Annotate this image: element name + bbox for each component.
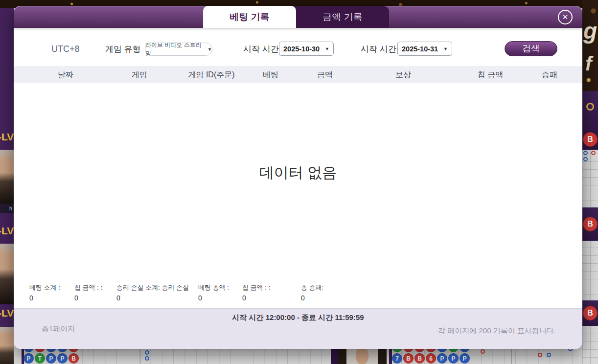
lobby-left-column: -LV h -LV -LV xyxy=(0,8,14,364)
roadmap-ring xyxy=(583,157,588,161)
col-bet: 베팅 xyxy=(263,66,278,83)
close-icon[interactable]: ✕ xyxy=(558,10,573,24)
summary-chip-total: 칩 금액 : : 0 xyxy=(242,283,270,302)
col-reward: 보상 xyxy=(395,66,411,83)
modal-body: UTC+8 게임 유형 라이브 비디오 스트리밍 ▼ 시작 시간 2025-10… xyxy=(14,28,582,308)
record-table-header: 날짜 게임 게임 ID(주문) 베팅 금액 보상 칩 금액 승패 xyxy=(14,66,582,83)
dealer-photo xyxy=(0,244,14,304)
bead-cell: B xyxy=(69,353,79,364)
col-win-loss: 승패 xyxy=(542,66,557,83)
start-time-label: 시작 시간 xyxy=(243,42,279,56)
modal-footer: 시작 시간 12:00:00 - 종료 시간 11:59:59 총1페이지 각 … xyxy=(14,308,582,349)
roadmap-ring xyxy=(481,349,485,354)
bead-cell: P xyxy=(437,353,447,364)
summary-chip-amount: 칩 금액 : : 0 xyxy=(74,283,102,302)
dealer-photo xyxy=(0,327,14,364)
roadmap-ring xyxy=(145,356,149,361)
room-title-fragment: -LV xyxy=(0,307,14,319)
banner-logo-glyph: f xyxy=(585,54,592,73)
chevron-down-icon: ▼ xyxy=(207,47,212,52)
time-range-text: 시작 시간 12:00:00 - 종료 시간 11:59:59 xyxy=(14,313,582,322)
col-chip: 칩 금액 xyxy=(478,66,503,83)
room-title-fragment: -LV xyxy=(0,225,14,237)
summary-label: 베팅 소계 : xyxy=(29,283,60,292)
summary-value: 0 xyxy=(116,294,189,302)
summary-label: 베팅 총액 : xyxy=(198,283,229,292)
summary-value: 0 xyxy=(198,294,229,302)
start-date-select[interactable]: 2025-10-30 ▼ xyxy=(279,42,334,56)
end-date-select[interactable]: 2025-10-31 ▼ xyxy=(397,42,452,56)
bead-cell: 7 xyxy=(392,353,402,364)
promo-banner-right: g f xyxy=(582,0,598,91)
col-amount: 금액 xyxy=(317,66,333,83)
game-type-label: 게임 유형 xyxy=(105,42,141,56)
bead-cell: P xyxy=(57,353,68,364)
bead-cell: P xyxy=(46,353,56,364)
search-button[interactable]: 검색 xyxy=(505,41,557,56)
summary-value: 0 xyxy=(301,294,323,302)
bead-cell: T xyxy=(35,353,45,364)
gold-ring-icon xyxy=(586,103,594,111)
end-time-label: 시작 시간 xyxy=(361,42,396,56)
banker-badge: B xyxy=(583,217,598,231)
roadmap-ring xyxy=(145,350,149,355)
bead-cell: B xyxy=(403,353,414,364)
game-type-value: 라이브 비디오 스트리밍 xyxy=(145,41,205,58)
dealer-photo xyxy=(0,150,14,205)
bead-cell: P xyxy=(23,353,34,364)
summary-label: 총 승패: xyxy=(301,283,323,292)
chevron-down-icon: ▼ xyxy=(325,46,329,51)
summary-total-winloss: 총 승패: 0 xyxy=(301,283,323,302)
end-date-value: 2025-10-31 xyxy=(402,45,438,53)
col-date: 날짜 xyxy=(58,66,73,83)
tab-amount-record[interactable]: 금액 기록 xyxy=(296,6,389,28)
chevron-down-icon: ▼ xyxy=(443,46,448,51)
room-header-bar: B xyxy=(582,91,598,150)
modal-header: 베팅 기록 금액 기록 ✕ xyxy=(14,6,582,28)
roadmap-ring xyxy=(547,353,551,357)
summary-bet-subtotal: 베팅 소계 : 0 xyxy=(29,283,60,302)
room-subtitle-fragment: h xyxy=(0,204,14,213)
banker-badge: B xyxy=(583,132,598,147)
bead-cell: P xyxy=(448,353,459,364)
bead-cell: 6 xyxy=(426,353,436,364)
banner-logo-glyph: g xyxy=(583,20,597,42)
room-header-bar: B xyxy=(582,207,598,241)
summary-label: 칩 금액 : : xyxy=(74,283,102,292)
summary-value: 0 xyxy=(74,294,102,302)
summary-value: 0 xyxy=(29,294,60,302)
lobby-right-column: B B B xyxy=(582,91,598,364)
game-type-dropdown[interactable]: 라이브 비디오 스트리밍 ▼ xyxy=(145,43,212,56)
bead-cell: B xyxy=(414,353,425,364)
summary-bet-total: 베팅 총액 : 0 xyxy=(198,283,229,302)
record-tab-strip: 베팅 기록 금액 기록 xyxy=(203,6,389,28)
summary-value: 0 xyxy=(242,294,270,302)
empty-state-text: 데이터 없음 xyxy=(14,163,582,183)
room-header-bar: B xyxy=(582,300,598,326)
col-game-id: 게임 ID(주문) xyxy=(188,66,234,83)
summary-label: 승리 손실 소계: 승리 손실 xyxy=(116,283,189,292)
tab-betting-record[interactable]: 베팅 기록 xyxy=(203,6,296,28)
roadmap-ring xyxy=(538,353,542,357)
summary-winloss-subtotal: 승리 손실 소계: 승리 손실 0 xyxy=(116,283,189,302)
roadmap-ring xyxy=(583,151,588,155)
page-count-text: 총1페이지 xyxy=(42,324,75,334)
col-game: 게임 xyxy=(132,66,147,83)
start-date-value: 2025-10-30 xyxy=(283,45,320,53)
summary-label: 칩 금액 : : xyxy=(242,283,270,292)
bead-cell: P xyxy=(460,353,470,364)
room-title-fragment: -LV xyxy=(0,131,14,143)
timezone-label: UTC+8 xyxy=(51,42,80,56)
records-per-page-text: 각 페이지에 200 기록이 표시됩니다. xyxy=(438,326,556,336)
betting-record-modal: 베팅 기록 금액 기록 ✕ UTC+8 게임 유형 라이브 비디오 스트리밍 ▼… xyxy=(14,6,582,349)
banker-badge: B xyxy=(583,306,598,320)
roadmap-ring xyxy=(591,151,596,155)
